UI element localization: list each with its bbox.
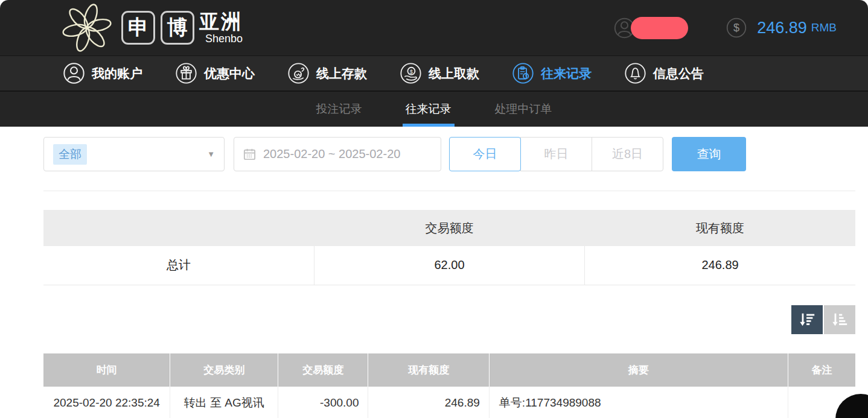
nav-item-transaction-records[interactable]: 往来记录 (512, 62, 592, 84)
sort-descending-button[interactable] (791, 305, 823, 334)
svg-text:$: $ (410, 69, 413, 75)
sort-descending-icon (798, 311, 816, 329)
nav-item-promotions[interactable]: 优惠中心 (175, 62, 255, 84)
top-header: 申 博 亚洲 Shenbo $ 246.89 RMB (0, 0, 868, 55)
summary-header-empty (43, 210, 314, 246)
sort-ascending-icon (831, 311, 849, 329)
records-header-note: 备注 (788, 353, 855, 387)
nav-label: 信息公告 (653, 65, 704, 82)
chevron-down-icon: ▼ (207, 150, 215, 159)
logo-suffix-en: Shenbo (205, 33, 243, 44)
nav-item-deposit[interactable]: 线上存款 (287, 62, 367, 84)
username-redacted-pill[interactable] (631, 17, 688, 39)
flower-logo-icon (58, 2, 116, 54)
summary-total-label: 总计 (43, 246, 314, 285)
nav-label: 我的账户 (92, 65, 142, 82)
svg-text:$: $ (733, 22, 739, 34)
bell-icon (624, 62, 646, 84)
user-icon (63, 62, 85, 84)
quick-range-last8days-button[interactable]: 近8日 (592, 137, 663, 171)
records-header-type: 交易类别 (170, 353, 278, 387)
summary-total-current-balance: 246.89 (585, 246, 855, 285)
quick-range-today-button[interactable]: 今日 (449, 137, 521, 171)
main-navigation: 我的账户 优惠中心 线上存款 $ 线上取款 往来记录 (0, 55, 868, 92)
records-header-balance: 现有额度 (368, 353, 489, 387)
records-subtabs: 投注记录 往来记录 处理中订单 (0, 92, 868, 127)
gift-icon (175, 62, 197, 84)
tab-processing-orders[interactable]: 处理中订单 (493, 92, 554, 127)
records-icon (512, 62, 534, 84)
record-type: 转出 至 AG视讯 (170, 387, 278, 418)
table-row: 2025-02-20 22:35:24 转出 至 AG视讯 -300.00 24… (43, 387, 855, 418)
logo-suffix-cn: 亚洲 (199, 11, 243, 31)
summary-total-row: 总计 62.00 246.89 (43, 246, 855, 285)
query-button[interactable]: 查询 (672, 137, 746, 171)
sort-controls (43, 305, 855, 334)
withdraw-icon: $ (400, 62, 422, 84)
transaction-type-select[interactable]: 全部 ▼ (43, 137, 225, 171)
nav-label: 优惠中心 (204, 65, 255, 82)
deposit-icon (287, 62, 310, 84)
summary-header-transaction-amount: 交易额度 (314, 210, 584, 246)
brand-logo[interactable]: 申 博 亚洲 Shenbo (58, 2, 243, 54)
record-balance: 246.89 (368, 387, 489, 418)
record-time: 2025-02-20 22:35:24 (43, 387, 170, 418)
nav-item-withdraw[interactable]: $ 线上取款 (400, 62, 479, 84)
record-amount: -300.00 (278, 387, 368, 418)
nav-label: 线上存款 (316, 65, 367, 82)
quick-range-yesterday-button[interactable]: 昨日 (520, 137, 592, 171)
nav-label: 线上取款 (429, 65, 479, 82)
summary-header-current-balance: 现有额度 (585, 210, 855, 246)
records-header-summary: 摘要 (489, 353, 788, 387)
record-summary: 单号:117734989088 (489, 387, 788, 418)
tab-betting-records[interactable]: 投注记录 (314, 92, 364, 127)
content-area: 全部 ▼ 2025-02-20 ~ 2025-02-20 今日 昨日 近8日 查… (0, 137, 868, 418)
balance-amount: 246.89 (757, 19, 807, 37)
logo-char-box: 博 (161, 11, 194, 45)
section-divider (43, 191, 855, 191)
summary-table: 交易额度 现有额度 总计 62.00 246.89 (43, 210, 855, 285)
date-range-input[interactable]: 2025-02-20 ~ 2025-02-20 (234, 137, 441, 171)
dollar-balance-icon: $ (726, 17, 747, 39)
calendar-icon (243, 147, 257, 161)
logo-char-box: 申 (121, 11, 155, 45)
nav-item-my-account[interactable]: 我的账户 (63, 62, 142, 84)
filter-toolbar: 全部 ▼ 2025-02-20 ~ 2025-02-20 今日 昨日 近8日 查… (43, 137, 855, 171)
quick-range-group: 今日 昨日 近8日 (449, 137, 663, 171)
nav-item-announcements[interactable]: 信息公告 (624, 62, 704, 84)
balance-currency: RMB (811, 21, 837, 34)
date-range-value: 2025-02-20 ~ 2025-02-20 (263, 147, 400, 161)
records-header-time: 时间 (43, 353, 170, 387)
tab-transaction-records[interactable]: 往来记录 (404, 92, 453, 127)
selected-type-chip: 全部 (53, 144, 87, 165)
records-table: 时间 交易类别 交易额度 现有额度 摘要 备注 2025-02-20 22:35… (43, 353, 855, 418)
records-header-amount: 交易额度 (278, 353, 368, 387)
sort-ascending-button[interactable] (824, 305, 855, 334)
nav-label: 往来记录 (541, 65, 592, 82)
summary-total-transaction-amount: 62.00 (314, 246, 584, 285)
